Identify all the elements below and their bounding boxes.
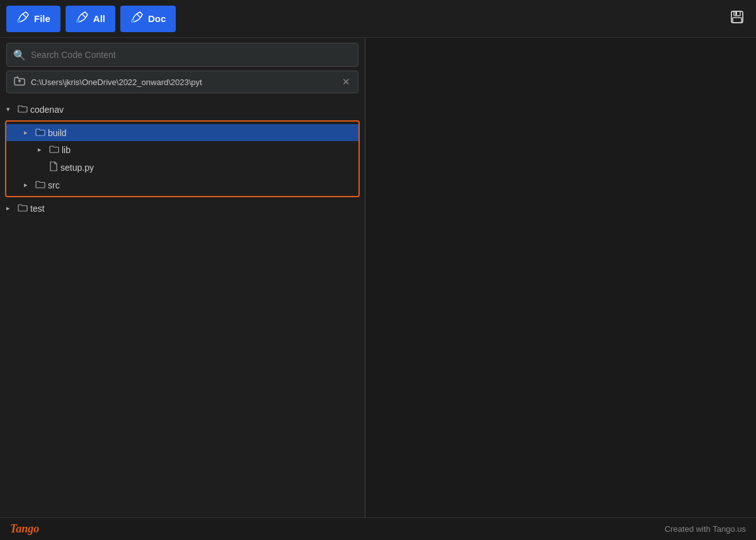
doc-button-label: Doc: [148, 13, 166, 24]
path-text: C:\Users\jkris\OneDrive\2022_onward\2023…: [31, 78, 336, 87]
search-input[interactable]: [31, 50, 352, 60]
expand-arrow-src: ▸: [24, 181, 33, 189]
svg-rect-0: [17, 20, 20, 23]
doc-button[interactable]: Doc: [120, 6, 176, 32]
tree-item-src[interactable]: ▸ src: [6, 176, 358, 193]
all-button-label: All: [93, 13, 105, 24]
tree-item-test[interactable]: ▸ test: [0, 200, 365, 217]
svg-rect-6: [735, 12, 737, 15]
setup-py-label: setup.py: [60, 163, 94, 173]
file-button[interactable]: File: [6, 6, 60, 32]
codenav-label: codenav: [30, 105, 64, 115]
bottom-bar: Tango Created with Tango.us: [0, 517, 756, 540]
expand-arrow-build: ▸: [24, 129, 33, 137]
main-area: 🔍 C:\Users\jkris\OneDrive\2022_onward\20…: [0, 38, 756, 517]
save-button[interactable]: [724, 7, 750, 31]
toolbar: File All Doc: [0, 0, 756, 38]
expand-arrow-codenav: ▾: [6, 105, 15, 113]
file-icon-setup-py: [49, 161, 58, 173]
folder-icon-codenav: [18, 104, 28, 115]
file-button-label: File: [34, 13, 50, 24]
left-panel: 🔍 C:\Users\jkris\OneDrive\2022_onward\20…: [0, 38, 365, 517]
search-bar[interactable]: 🔍: [6, 43, 358, 67]
lib-label: lib: [62, 145, 71, 155]
tree-item-setup-py[interactable]: setup.py: [6, 158, 358, 176]
file-brush-icon: [16, 10, 30, 27]
right-panel: [365, 38, 756, 517]
folder-icon-src: [35, 180, 45, 190]
svg-rect-2: [131, 20, 134, 23]
all-brush-icon: [76, 10, 89, 27]
build-label: build: [48, 128, 67, 138]
svg-rect-1: [76, 20, 79, 23]
created-with-text: Created with Tango.us: [665, 524, 746, 534]
folder-up-icon[interactable]: [13, 74, 26, 90]
src-label: src: [48, 180, 60, 190]
path-bar: C:\Users\jkris\OneDrive\2022_onward\2023…: [6, 71, 358, 93]
tree-item-lib[interactable]: ▸ lib: [6, 141, 358, 158]
all-button[interactable]: All: [66, 6, 115, 32]
svg-rect-5: [733, 18, 742, 23]
expand-arrow-test: ▸: [6, 204, 15, 212]
search-icon: 🔍: [13, 49, 26, 61]
folder-icon-lib: [49, 144, 59, 155]
expand-arrow-lib: ▸: [38, 146, 47, 154]
folder-icon-build: [35, 127, 45, 138]
doc-brush-icon: [130, 10, 144, 27]
clear-path-button[interactable]: ✕: [341, 76, 352, 88]
highlight-box: ▸ build ▸ lib: [5, 120, 360, 197]
tree-item-build[interactable]: ▸ build: [6, 124, 358, 141]
tango-logo: Tango: [10, 522, 39, 536]
file-tree: ▾ codenav ▸ bui: [0, 98, 365, 517]
tree-item-codenav[interactable]: ▾ codenav: [0, 101, 365, 118]
test-label: test: [30, 204, 45, 214]
folder-icon-test: [18, 203, 28, 214]
